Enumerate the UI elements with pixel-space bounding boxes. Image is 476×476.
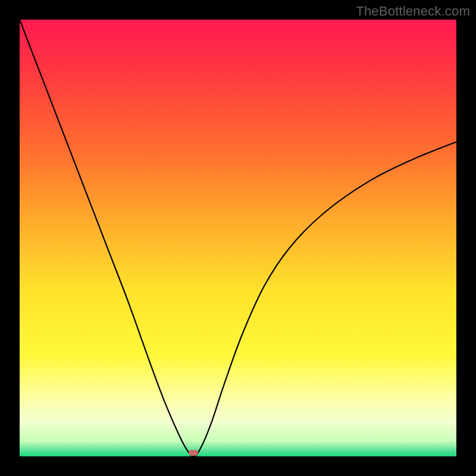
plot-area bbox=[20, 20, 456, 456]
bottleneck-curve bbox=[20, 20, 456, 456]
curve-layer bbox=[20, 20, 456, 456]
watermark-text: TheBottleneck.com bbox=[356, 4, 470, 19]
optimum-marker bbox=[189, 450, 198, 456]
chart-frame: TheBottleneck.com bbox=[0, 0, 476, 476]
